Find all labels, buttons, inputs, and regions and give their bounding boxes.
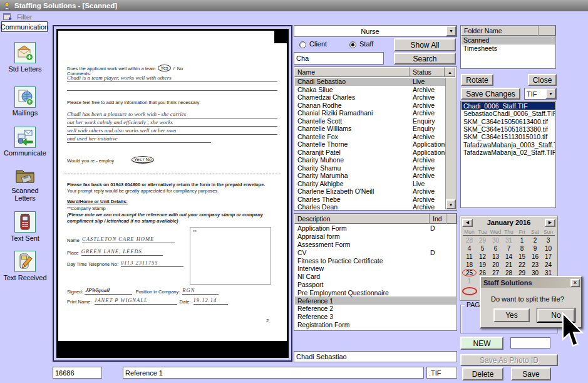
page-number-field[interactable] [510,337,550,349]
calendar-day[interactable]: 13 [489,253,502,261]
close-icon[interactable]: × [570,279,580,287]
calendar-day[interactable]: 6 [489,244,502,253]
name-row[interactable]: Charity Shamu Archive [295,164,445,172]
file-row[interactable]: TafadzwaMabanja_02_Staff.TIF [462,149,555,156]
description-row[interactable]: Reference 3 [295,313,456,321]
description-row[interactable]: Registration Form [295,321,456,329]
name-row[interactable]: Chadi Sebastiao Live [295,78,445,86]
description-row[interactable]: Passport [295,281,456,289]
name-row[interactable]: Charanjit Patel Application [295,149,445,157]
calendar-day[interactable]: 23 [529,261,542,269]
rotate-button[interactable]: Rotate [461,74,493,86]
mailings-button[interactable] [14,87,36,108]
name-row[interactable]: Chanan Rodhe Archive [295,102,445,110]
calendar-day[interactable]: 16 [529,253,542,261]
text-received-button[interactable] [14,251,36,272]
name-row[interactable]: Chantelle Thorne Application [295,140,445,149]
description-row[interactable]: Pre Employment Questionnaire [295,288,456,296]
staff-radio[interactable] [349,41,356,48]
chevron-down-icon[interactable]: ▼ [446,26,456,36]
description-row[interactable]: Interview [295,265,456,273]
file-row[interactable]: Chadi_0006_Staff.TIF [462,102,555,110]
file-row[interactable]: SKM_C364e15050613400.tif [462,118,555,125]
calendar-day[interactable]: 30 [489,236,502,244]
yes-button[interactable]: Yes [493,308,530,322]
description-row[interactable]: Reference 2 [295,305,456,313]
format-combobox[interactable]: TIF ▼ [524,88,557,100]
name-list-scrollbar[interactable]: ▼ [445,78,456,209]
calendar-day[interactable]: 10 [542,244,555,253]
name-row[interactable]: Chanial Riziki Ramadhani Archive [295,109,445,117]
name-row[interactable]: Chaka Silue Archive [295,86,445,94]
chevron-down-icon[interactable]: ▼ [545,88,556,99]
calendar-day[interactable]: 3 [542,236,555,244]
folder-row[interactable]: Scanned [462,36,555,45]
category-combobox[interactable]: Nurse ▼ [294,25,457,37]
calendar-day[interactable]: 7 [502,244,515,253]
name-row[interactable]: Charles Thebe Archive [295,196,445,204]
text-sent-button[interactable] [14,211,36,233]
name-row[interactable]: Chantelle Fox Archive [295,133,445,141]
calendar-day[interactable]: 1 [515,236,529,244]
name-row[interactable]: Charity Marumha Archive [295,172,445,180]
calendar-day[interactable]: 11 [463,253,476,261]
selected-person-field[interactable] [294,351,457,362]
ind-column-header[interactable]: Ind [430,214,446,224]
name-row[interactable]: Chantelle Williams Enquiry [295,125,445,133]
new-button[interactable]: NEW [460,337,503,350]
description-row[interactable]: Appraisal form [295,233,456,241]
calendar-day[interactable]: 28 [463,236,476,244]
description-row[interactable]: Fitness to Practice Certificate [295,256,456,265]
close-button[interactable]: Close [528,74,557,86]
name-row[interactable]: Chantelle Scott Enquiry [295,117,445,125]
client-radio[interactable] [299,41,306,48]
description-column-header[interactable]: Description [294,214,430,224]
calendar-day[interactable]: 8 [515,244,529,253]
tab-communication[interactable]: Communication [1,21,48,32]
description-row[interactable]: Assessment Form [295,241,456,249]
dialog-title-bar[interactable]: Staff Solutions × [481,277,581,288]
extension-field[interactable] [426,367,457,379]
show-all-button[interactable]: Show All [394,38,456,51]
calendar-day[interactable]: 2 [529,236,542,244]
calendar-day[interactable]: 17 [542,253,555,261]
calendar-day[interactable]: 22 [515,261,529,269]
description-row[interactable]: Application Form D [295,224,456,233]
name-row[interactable]: Charity Akhigbe Live [295,180,445,188]
file-row[interactable]: SKM_C364e15051813380.tif [462,125,555,133]
save-as-photo-id-button[interactable]: Save As Photo ID [460,354,558,366]
calendar-prev-icon[interactable]: ◀ [462,219,473,227]
name-row[interactable]: Chamedzai Charles Archive [295,93,445,102]
calendar-next-icon[interactable]: ▶ [545,219,555,227]
scroll-down-icon[interactable]: ▼ [446,199,456,209]
calendar-day[interactable]: 15 [515,253,529,261]
record-id-field[interactable] [53,367,102,379]
name-row[interactable]: Charlene Elizabeth O'Neill Archive [295,187,445,196]
calendar-day[interactable]: 12 [476,253,489,261]
scanned-letters-button[interactable] [14,165,36,186]
calendar-day[interactable]: 19 [476,261,489,269]
calendar-day[interactable]: 21 [502,261,515,269]
calendar-day[interactable]: 25 [463,269,476,277]
delete-button[interactable]: Delete [462,367,503,380]
calendar-day[interactable]: 5 [476,244,489,253]
scroll-up-icon[interactable]: ▲ [445,67,455,77]
scanned-document-page[interactable]: Does the applicant work well within a te… [58,31,287,341]
description-row[interactable]: NI Card [295,273,456,281]
search-input[interactable] [294,52,384,65]
calendar-day[interactable]: 18 [463,261,476,269]
file-row[interactable]: TafadzwaMabanja_0003_Staff.TIF [462,140,555,148]
communicate-button[interactable] [14,127,36,148]
status-column-header[interactable]: Status [410,67,445,77]
calendar-day[interactable]: 1 [463,277,476,285]
name-column-header[interactable]: Name [294,67,410,77]
file-row[interactable]: SKM_C364e15113015010.tif [462,133,555,140]
calendar-day[interactable]: 14 [502,253,515,261]
name-row[interactable]: Charity Muhone Archive [295,156,445,164]
calendar-day[interactable]: 29 [476,236,489,244]
calendar-day[interactable]: 24 [542,261,555,269]
std-letters-button[interactable] [14,42,36,63]
description-row[interactable]: Reference 1 [295,296,456,305]
calendar-day[interactable]: 9 [529,244,542,253]
folder-row[interactable]: Timesheets [462,45,555,53]
